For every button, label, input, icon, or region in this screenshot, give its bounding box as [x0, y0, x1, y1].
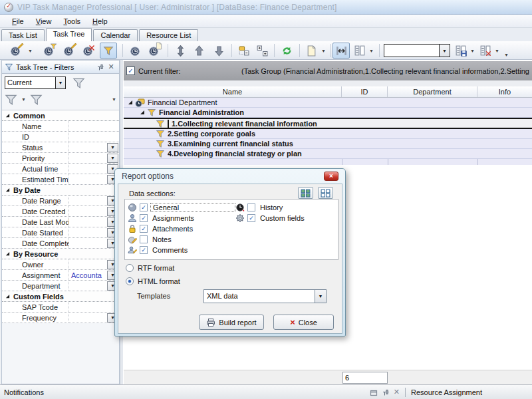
column-layout-button[interactable]	[352, 43, 368, 59]
tree-row-examining-status[interactable]: 3.Examining current financial status	[124, 139, 532, 149]
dialog-close-action-button[interactable]: × Close	[273, 315, 334, 330]
dialog-title-bar[interactable]: Report options ×	[118, 169, 342, 184]
print-preview-dropdown[interactable]: ▼	[320, 43, 327, 59]
section-notes[interactable]: Notes	[128, 234, 174, 244]
filter-field-frequency[interactable]: Frequency▼	[2, 313, 119, 323]
layout-combobox[interactable]: ▼	[384, 44, 450, 57]
menu-help[interactable]: Help	[87, 16, 113, 27]
filter-field-actual-time[interactable]: Actual time▼	[2, 164, 119, 174]
filter-field-date-completed[interactable]: Date Complete▼	[2, 238, 119, 249]
resource-assignment-panel-tab[interactable]: Resource Assignment	[411, 388, 532, 396]
layout-combobox-dropdown[interactable]: ▼	[439, 45, 450, 57]
move-up-down-button[interactable]	[172, 43, 189, 59]
tree-row-financial-administration[interactable]: Financial Administration	[124, 108, 532, 118]
dropdown-button[interactable]: ▼	[107, 143, 118, 152]
column-header-name[interactable]: Name	[124, 86, 342, 97]
rtf-format-radio[interactable]: RTF format	[126, 264, 174, 272]
section-general[interactable]: ✓ General	[128, 202, 235, 212]
current-filter-checkbox[interactable]: ✓	[126, 66, 135, 75]
filter-field-sap-tcode[interactable]: SAP Tcode	[2, 302, 119, 313]
print-preview-button[interactable]	[303, 43, 319, 59]
tree-row-setting-goals[interactable]: 2.Setting corporate goals	[124, 129, 532, 139]
filter-field-date-range[interactable]: Date Range▼	[2, 196, 119, 206]
section-assignments[interactable]: ✓ Assignments	[128, 213, 196, 223]
save-filter-dropdown[interactable]: ▼	[21, 97, 26, 102]
tree-row-collecting-information[interactable]: 1.Collecting relevant financial informat…	[124, 118, 532, 129]
filter-field-status[interactable]: Status▼	[2, 142, 119, 153]
new-task-button[interactable]	[8, 43, 25, 59]
templates-combobox[interactable]: XML data ▼	[203, 289, 327, 303]
tab-resource-list[interactable]: Resource List	[139, 29, 198, 41]
clear-layout-button[interactable]	[477, 43, 493, 59]
notifications-panel-tab[interactable]: Notifications	[0, 388, 370, 396]
clear-all-sections-button[interactable]	[318, 187, 333, 199]
section-custom-fields[interactable]: ✓ Custom fields	[235, 213, 307, 223]
history-checkbox[interactable]	[247, 203, 255, 211]
edit-task-button[interactable]	[61, 43, 78, 59]
comments-checkbox[interactable]: ✓	[140, 246, 148, 254]
filter-preset-dropdown[interactable]: ▼	[55, 77, 65, 88]
task-properties-button[interactable]	[126, 43, 144, 59]
filter-field-owner[interactable]: Owner▼	[2, 259, 119, 270]
dialog-close-button[interactable]: ×	[324, 172, 338, 181]
menu-file[interactable]: File	[7, 16, 29, 27]
filter-field-id[interactable]: ID	[2, 132, 119, 142]
section-attachments[interactable]: ✓ Attachments	[128, 223, 195, 233]
pin-icon[interactable]	[95, 63, 106, 72]
custom-fields-checkbox[interactable]: ✓	[247, 214, 255, 222]
filter-field-date-started[interactable]: Date Started▼	[2, 227, 119, 238]
column-header-info[interactable]: Info	[477, 86, 532, 97]
assignments-checkbox[interactable]: ✓	[140, 214, 148, 222]
move-up-button[interactable]	[190, 43, 207, 59]
filter-panel-overflow-dropdown[interactable]: ▼	[112, 97, 116, 102]
menu-view[interactable]: View	[31, 16, 57, 27]
radio-dot[interactable]	[126, 264, 134, 272]
filter-field-priority[interactable]: Priority▼	[2, 153, 119, 164]
filter-field-date-last-modified[interactable]: Date Last Modi▼	[2, 217, 119, 227]
section-comments[interactable]: ✓ Comments	[128, 245, 190, 255]
save-layout-dropdown[interactable]: ▼	[469, 43, 476, 59]
apply-filter-button[interactable]	[72, 76, 85, 89]
notes-checkbox[interactable]	[140, 235, 148, 243]
column-header-id[interactable]: ID	[342, 86, 388, 97]
filter-field-department[interactable]: Department▼	[2, 281, 119, 291]
tab-calendar[interactable]: Calendar	[93, 29, 138, 41]
column-layout-dropdown[interactable]: ▼	[368, 43, 375, 59]
filter-preset-combobox[interactable]: Current ▼	[5, 76, 66, 89]
tree-row-developing-strategy[interactable]: 4.Developing financial strategy or plan	[124, 149, 532, 159]
clear-filter-button[interactable]	[30, 93, 43, 106]
dropdown-button[interactable]: ▼	[107, 154, 118, 163]
attachments-checkbox[interactable]: ✓	[140, 225, 148, 233]
save-filter-button[interactable]	[5, 93, 17, 106]
tree-row-financial-department[interactable]: Financial Department	[124, 98, 532, 108]
filter-field-estimated-time[interactable]: Estimated Time▼	[2, 174, 119, 185]
filter-group-by-date[interactable]: By Date	[2, 185, 119, 196]
filter-field-name[interactable]: Name	[2, 121, 119, 132]
filter-tasks-button[interactable]	[100, 43, 117, 59]
tab-task-tree[interactable]: Task Tree	[46, 28, 92, 41]
section-history[interactable]: History	[235, 202, 285, 212]
fit-columns-button[interactable]	[332, 43, 350, 59]
collapse-expander-icon[interactable]	[140, 110, 145, 115]
filter-field-date-created[interactable]: Date Created▼	[2, 206, 119, 217]
html-format-radio[interactable]: HTML format	[126, 277, 180, 285]
menu-tools[interactable]: Tools	[58, 16, 86, 27]
task-export-button[interactable]	[146, 43, 164, 59]
build-report-button[interactable]: Build report	[199, 315, 264, 330]
close-icon[interactable]: ✕	[106, 63, 116, 72]
filter-field-assignment[interactable]: AssignmentAccounta▼	[2, 270, 119, 281]
refresh-button[interactable]	[278, 43, 295, 59]
templates-dropdown[interactable]: ▼	[315, 290, 326, 303]
record-count-input[interactable]	[342, 372, 388, 384]
move-down-button[interactable]	[210, 43, 227, 59]
pin-icon[interactable]	[382, 388, 390, 396]
filter-group-custom-fields[interactable]: Custom Fields	[2, 291, 119, 302]
delete-task-button[interactable]	[80, 43, 97, 59]
filter-group-by-resource[interactable]: By Resource	[2, 249, 119, 259]
collapse-expander-icon[interactable]	[128, 100, 133, 105]
new-task-dropdown[interactable]: ▼	[27, 43, 34, 59]
new-task-group-button[interactable]	[41, 43, 59, 59]
clear-layout-dropdown[interactable]: ▼	[493, 43, 501, 59]
select-all-sections-button[interactable]	[298, 187, 313, 199]
restore-panel-icon[interactable]	[370, 388, 378, 396]
